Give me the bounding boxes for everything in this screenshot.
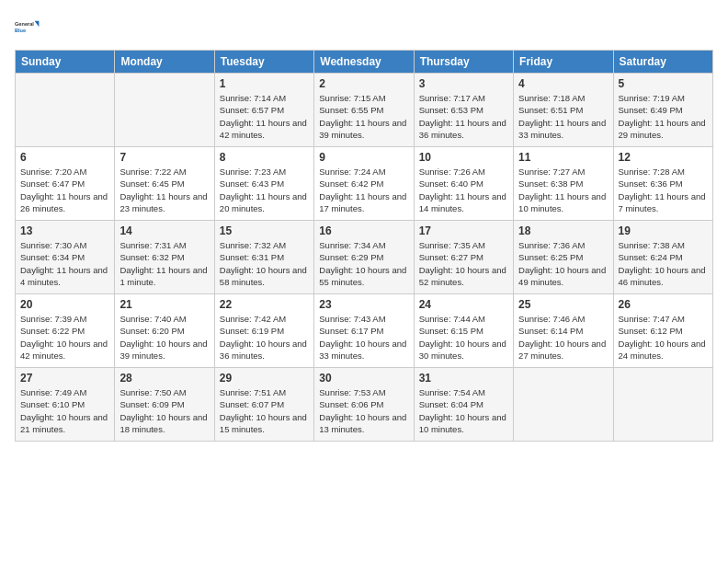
day-cell: 13Sunrise: 7:30 AM Sunset: 6:34 PM Dayli… [16, 221, 115, 294]
day-detail: Sunrise: 7:36 AM Sunset: 6:25 PM Dayligh… [518, 239, 608, 288]
weekday-header-tuesday: Tuesday [214, 51, 313, 74]
day-detail: Sunrise: 7:14 AM Sunset: 6:57 PM Dayligh… [220, 92, 309, 141]
day-number: 10 [419, 151, 508, 164]
day-cell: 19Sunrise: 7:38 AM Sunset: 6:24 PM Dayli… [613, 221, 712, 294]
day-number: 8 [220, 151, 309, 164]
day-number: 25 [518, 298, 608, 311]
day-detail: Sunrise: 7:30 AM Sunset: 6:34 PM Dayligh… [20, 239, 109, 288]
day-detail: Sunrise: 7:43 AM Sunset: 6:17 PM Dayligh… [319, 313, 408, 362]
day-number: 12 [619, 151, 708, 164]
day-detail: Sunrise: 7:15 AM Sunset: 6:55 PM Dayligh… [319, 92, 408, 141]
day-number: 30 [319, 372, 408, 385]
week-row-4: 20Sunrise: 7:39 AM Sunset: 6:22 PM Dayli… [16, 294, 713, 368]
svg-marker-2 [35, 21, 40, 27]
day-detail: Sunrise: 7:40 AM Sunset: 6:20 PM Dayligh… [119, 313, 209, 362]
day-cell: 15Sunrise: 7:32 AM Sunset: 6:31 PM Dayli… [214, 221, 313, 294]
logo: GeneralBlue [15, 15, 40, 40]
day-number: 7 [119, 151, 209, 164]
day-cell: 23Sunrise: 7:43 AM Sunset: 6:17 PM Dayli… [314, 294, 414, 368]
day-cell: 30Sunrise: 7:53 AM Sunset: 6:06 PM Dayli… [314, 368, 414, 442]
day-number: 9 [319, 151, 408, 164]
page-header: GeneralBlue [15, 15, 713, 40]
day-cell: 11Sunrise: 7:27 AM Sunset: 6:38 PM Dayli… [514, 147, 613, 221]
day-number: 22 [220, 298, 309, 311]
day-cell: 25Sunrise: 7:46 AM Sunset: 6:14 PM Dayli… [514, 294, 613, 368]
day-number: 15 [220, 224, 309, 237]
day-number: 20 [20, 298, 109, 311]
day-cell: 28Sunrise: 7:50 AM Sunset: 6:09 PM Dayli… [115, 368, 214, 442]
day-cell [514, 368, 613, 442]
day-cell: 29Sunrise: 7:51 AM Sunset: 6:07 PM Dayli… [214, 368, 313, 442]
day-cell: 26Sunrise: 7:47 AM Sunset: 6:12 PM Dayli… [613, 294, 712, 368]
day-cell: 18Sunrise: 7:36 AM Sunset: 6:25 PM Dayli… [514, 221, 613, 294]
day-cell: 16Sunrise: 7:34 AM Sunset: 6:29 PM Dayli… [314, 221, 414, 294]
day-cell: 4Sunrise: 7:18 AM Sunset: 6:51 PM Daylig… [514, 74, 613, 147]
weekday-header-sunday: Sunday [16, 51, 115, 74]
day-number: 27 [20, 372, 109, 385]
day-number: 23 [319, 298, 408, 311]
day-detail: Sunrise: 7:24 AM Sunset: 6:42 PM Dayligh… [319, 166, 408, 214]
day-cell [115, 74, 214, 147]
day-cell: 7Sunrise: 7:22 AM Sunset: 6:45 PM Daylig… [115, 147, 214, 221]
day-detail: Sunrise: 7:34 AM Sunset: 6:29 PM Dayligh… [319, 239, 408, 288]
day-detail: Sunrise: 7:42 AM Sunset: 6:19 PM Dayligh… [220, 313, 309, 362]
week-row-3: 13Sunrise: 7:30 AM Sunset: 6:34 PM Dayli… [16, 221, 713, 294]
day-detail: Sunrise: 7:18 AM Sunset: 6:51 PM Dayligh… [518, 92, 608, 141]
day-cell: 2Sunrise: 7:15 AM Sunset: 6:55 PM Daylig… [314, 74, 414, 147]
day-cell [613, 368, 712, 442]
day-number: 14 [119, 224, 209, 237]
day-number: 24 [419, 298, 508, 311]
day-detail: Sunrise: 7:31 AM Sunset: 6:32 PM Dayligh… [119, 239, 209, 288]
day-detail: Sunrise: 7:39 AM Sunset: 6:22 PM Dayligh… [20, 313, 109, 362]
day-cell: 21Sunrise: 7:40 AM Sunset: 6:20 PM Dayli… [115, 294, 214, 368]
week-row-1: 1Sunrise: 7:14 AM Sunset: 6:57 PM Daylig… [16, 74, 713, 147]
weekday-header-wednesday: Wednesday [314, 51, 414, 74]
day-detail: Sunrise: 7:26 AM Sunset: 6:40 PM Dayligh… [419, 166, 508, 214]
logo-icon: GeneralBlue [15, 15, 40, 40]
week-row-5: 27Sunrise: 7:49 AM Sunset: 6:10 PM Dayli… [16, 368, 713, 442]
svg-text:Blue: Blue [15, 28, 26, 33]
day-detail: Sunrise: 7:47 AM Sunset: 6:12 PM Dayligh… [619, 313, 708, 362]
svg-text:General: General [15, 21, 34, 27]
day-detail: Sunrise: 7:17 AM Sunset: 6:53 PM Dayligh… [419, 92, 508, 141]
day-number: 28 [119, 372, 209, 385]
day-cell: 10Sunrise: 7:26 AM Sunset: 6:40 PM Dayli… [414, 147, 513, 221]
day-number: 6 [20, 151, 109, 164]
day-cell: 20Sunrise: 7:39 AM Sunset: 6:22 PM Dayli… [16, 294, 115, 368]
calendar-table: SundayMondayTuesdayWednesdayThursdayFrid… [15, 50, 713, 442]
day-detail: Sunrise: 7:44 AM Sunset: 6:15 PM Dayligh… [419, 313, 508, 362]
day-detail: Sunrise: 7:49 AM Sunset: 6:10 PM Dayligh… [20, 386, 109, 435]
weekday-header-saturday: Saturday [613, 51, 712, 74]
day-cell: 5Sunrise: 7:19 AM Sunset: 6:49 PM Daylig… [613, 74, 712, 147]
day-cell: 3Sunrise: 7:17 AM Sunset: 6:53 PM Daylig… [414, 74, 513, 147]
day-number: 31 [419, 372, 508, 385]
day-cell: 8Sunrise: 7:23 AM Sunset: 6:43 PM Daylig… [214, 147, 313, 221]
day-cell: 6Sunrise: 7:20 AM Sunset: 6:47 PM Daylig… [16, 147, 115, 221]
day-number: 26 [619, 298, 708, 311]
header-row: SundayMondayTuesdayWednesdayThursdayFrid… [16, 51, 713, 74]
day-detail: Sunrise: 7:28 AM Sunset: 6:36 PM Dayligh… [619, 166, 708, 214]
day-number: 17 [419, 224, 508, 237]
day-detail: Sunrise: 7:23 AM Sunset: 6:43 PM Dayligh… [220, 166, 309, 214]
day-cell: 9Sunrise: 7:24 AM Sunset: 6:42 PM Daylig… [314, 147, 414, 221]
day-number: 11 [518, 151, 608, 164]
day-cell: 27Sunrise: 7:49 AM Sunset: 6:10 PM Dayli… [16, 368, 115, 442]
day-detail: Sunrise: 7:35 AM Sunset: 6:27 PM Dayligh… [419, 239, 508, 288]
day-detail: Sunrise: 7:38 AM Sunset: 6:24 PM Dayligh… [619, 239, 708, 288]
day-detail: Sunrise: 7:32 AM Sunset: 6:31 PM Dayligh… [220, 239, 309, 288]
weekday-header-thursday: Thursday [414, 51, 513, 74]
day-number: 4 [518, 77, 608, 90]
day-number: 21 [119, 298, 209, 311]
day-number: 5 [619, 77, 708, 90]
day-cell: 22Sunrise: 7:42 AM Sunset: 6:19 PM Dayli… [214, 294, 313, 368]
day-number: 13 [20, 224, 109, 237]
day-detail: Sunrise: 7:54 AM Sunset: 6:04 PM Dayligh… [419, 386, 508, 435]
day-detail: Sunrise: 7:19 AM Sunset: 6:49 PM Dayligh… [619, 92, 708, 141]
day-detail: Sunrise: 7:22 AM Sunset: 6:45 PM Dayligh… [119, 166, 209, 214]
day-detail: Sunrise: 7:51 AM Sunset: 6:07 PM Dayligh… [220, 386, 309, 435]
day-number: 19 [619, 224, 708, 237]
day-detail: Sunrise: 7:27 AM Sunset: 6:38 PM Dayligh… [518, 166, 608, 214]
day-cell [16, 74, 115, 147]
weekday-header-monday: Monday [115, 51, 214, 74]
day-cell: 24Sunrise: 7:44 AM Sunset: 6:15 PM Dayli… [414, 294, 513, 368]
